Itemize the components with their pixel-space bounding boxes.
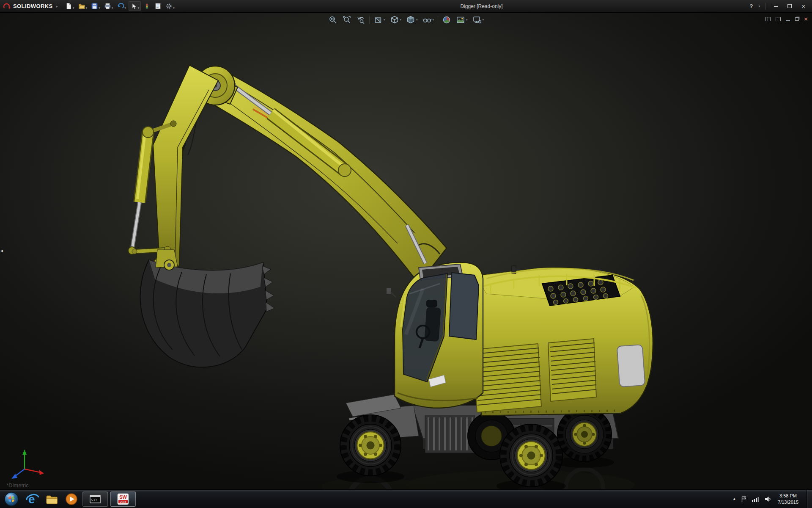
- solidworks-2015-icon: SW 2015: [117, 493, 129, 505]
- svg-text:2015: 2015: [120, 500, 126, 503]
- minimize-icon: [774, 6, 778, 7]
- volume-icon[interactable]: [764, 496, 771, 502]
- help-dropdown-arrow[interactable]: ▾: [758, 4, 760, 8]
- featuremanager-flyout-arrow[interactable]: ◂: [0, 248, 3, 254]
- clock-date: 7/13/2015: [778, 499, 798, 505]
- mirror: [387, 288, 391, 294]
- bucket[interactable]: [140, 250, 274, 367]
- file-properties-button[interactable]: [153, 2, 163, 11]
- taskbar-button-command-prompt[interactable]: C:\_: [82, 491, 108, 507]
- solidworks-logo: SOLIDWORKS ▸: [3, 3, 58, 10]
- dropdown-arrow[interactable]: ▾: [99, 6, 100, 10]
- folder-icon: [45, 493, 59, 505]
- display-style-button[interactable]: ▾: [405, 15, 419, 25]
- excavator-model[interactable]: [0, 13, 812, 489]
- select-cursor-icon: [130, 3, 137, 10]
- taskbar-item-internet-explorer[interactable]: e: [23, 490, 42, 508]
- taskbar-item-media-player[interactable]: [62, 490, 81, 508]
- media-player-icon: [65, 493, 78, 505]
- wheel-rear-right[interactable]: [555, 407, 614, 468]
- hide-show-glasses-icon: [422, 15, 432, 25]
- divider: [765, 3, 766, 10]
- graphics-viewport[interactable]: ▾ ▾ ▾ ▾: [0, 13, 812, 489]
- stick-hydraulic-cylinder[interactable]: [228, 81, 351, 177]
- command-prompt-icon: C:\_: [89, 494, 101, 505]
- dropdown-arrow[interactable]: ▾: [400, 18, 401, 22]
- save-icon: [91, 3, 98, 10]
- engine-housing[interactable]: [473, 266, 653, 416]
- dropdown-arrow[interactable]: ▾: [138, 6, 140, 10]
- doc-close-button[interactable]: ×: [804, 16, 808, 22]
- start-button[interactable]: [0, 490, 23, 508]
- rebuild-button[interactable]: [142, 2, 152, 11]
- dropdown-arrow[interactable]: ▾: [73, 6, 74, 10]
- previous-view-icon: [356, 15, 365, 25]
- tray-expand-button[interactable]: ▲: [732, 497, 736, 501]
- file-properties-icon: [154, 3, 162, 10]
- view-settings-button[interactable]: ▾: [472, 15, 485, 25]
- taskbar-button-solidworks-2015[interactable]: SW 2015: [110, 491, 136, 507]
- split-pane-icon[interactable]: [776, 17, 781, 21]
- doc-restore-button[interactable]: [795, 17, 799, 21]
- close-button[interactable]: ×: [799, 3, 808, 10]
- dropdown-arrow[interactable]: ▾: [86, 6, 88, 10]
- undo-button[interactable]: ▾: [115, 2, 127, 11]
- dropdown-arrow[interactable]: ▾: [384, 18, 385, 22]
- taskbar-item-file-explorer[interactable]: [42, 490, 62, 508]
- print-button[interactable]: ▾: [103, 2, 115, 11]
- close-icon: ×: [802, 3, 806, 9]
- dropdown-arrow[interactable]: ▾: [466, 18, 468, 22]
- dropdown-arrow[interactable]: ▾: [173, 6, 175, 10]
- zoom-to-area-icon: [342, 15, 351, 25]
- counterweight-panel[interactable]: [617, 345, 645, 387]
- action-center-flag-icon[interactable]: [741, 496, 747, 502]
- section-view-button[interactable]: ▾: [373, 15, 386, 25]
- taskbar: e C:\_ SW 2015 ▲: [0, 489, 812, 508]
- titlebar: SOLIDWORKS ▸ ▾ ▾ ▾: [0, 0, 812, 13]
- brand-name: SOLIDWORKS: [13, 3, 53, 9]
- dipper-arm[interactable]: [153, 65, 218, 268]
- network-icon[interactable]: [752, 496, 760, 502]
- svg-text:C:\_: C:\_: [91, 498, 99, 502]
- dropdown-arrow[interactable]: ▾: [483, 18, 484, 22]
- brand-arrow[interactable]: ▸: [56, 4, 58, 8]
- show-desktop-button[interactable]: [807, 490, 812, 508]
- internet-explorer-icon: e: [25, 492, 40, 506]
- split-pane-icon[interactable]: [765, 17, 771, 21]
- new-document-button[interactable]: ▾: [64, 2, 76, 11]
- previous-view-button[interactable]: [355, 15, 366, 25]
- svg-text:SW: SW: [119, 494, 127, 500]
- dropdown-arrow[interactable]: ▾: [433, 18, 434, 22]
- zoom-to-fit-button[interactable]: [327, 15, 338, 25]
- save-button[interactable]: ▾: [90, 2, 102, 11]
- dropdown-arrow[interactable]: ▾: [124, 6, 126, 10]
- section-view-icon: [373, 15, 383, 25]
- maximize-icon: [787, 4, 792, 8]
- dropdown-arrow[interactable]: ▾: [112, 6, 113, 10]
- select-button[interactable]: ▾: [129, 1, 141, 11]
- apply-scene-button[interactable]: ▾: [455, 15, 469, 25]
- view-orientation-cube-icon: [390, 15, 399, 25]
- dropdown-arrow[interactable]: ▾: [416, 18, 418, 22]
- options-button[interactable]: ▾: [164, 2, 176, 11]
- minimize-button[interactable]: [771, 3, 780, 10]
- 3ds-logo-icon: [3, 3, 11, 10]
- taskbar-clock[interactable]: 3:58 PM 7/13/2015: [778, 493, 798, 505]
- hide-show-items-button[interactable]: ▾: [422, 15, 435, 25]
- doc-minimize-button[interactable]: [786, 20, 790, 21]
- open-button[interactable]: ▾: [77, 2, 89, 11]
- window-title: Digger [Read-only]: [461, 3, 503, 9]
- titlebar-window-controls: ? ▾ ×: [750, 3, 808, 10]
- boom-arm[interactable]: [198, 75, 447, 284]
- help-button[interactable]: ?: [750, 3, 753, 9]
- side-window: [449, 273, 479, 340]
- open-folder-icon: [78, 3, 85, 10]
- zoom-to-area-button[interactable]: [341, 15, 352, 25]
- new-document-icon: [65, 3, 72, 10]
- maximize-button[interactable]: [785, 3, 794, 10]
- cab[interactable]: [387, 262, 483, 408]
- zoom-to-fit-icon: [328, 15, 337, 25]
- edit-appearance-button[interactable]: [441, 15, 452, 25]
- view-orientation-button[interactable]: ▾: [389, 15, 402, 25]
- toolbar-separator: [438, 16, 438, 24]
